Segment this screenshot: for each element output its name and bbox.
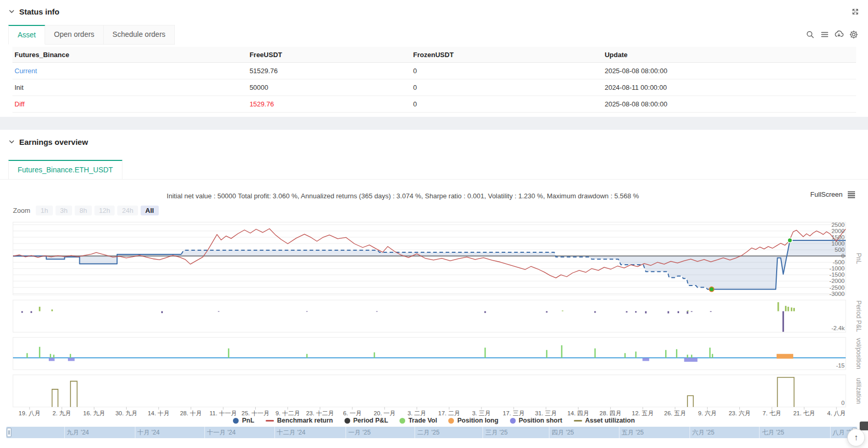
svg-text:6. 一月: 6. 一月 [343, 410, 362, 416]
svg-text:500: 500 [835, 247, 845, 253]
tab-futures-binance-eth-usdt[interactable]: Futures_Binance.ETH_USDT [8, 160, 122, 180]
vol-position-panel [13, 345, 846, 362]
chart-navigator[interactable]: 九月 '24十月 '24十一月 '24十二月 '24一月 '25二月 '25三月… [6, 427, 857, 438]
tab-schedule-orders[interactable]: Schedule orders [104, 25, 175, 45]
svg-text:11. 十一月: 11. 十一月 [210, 410, 237, 416]
legend-item-trade-vol[interactable]: Trade Vol [399, 417, 437, 424]
init-update: 2024-08-11 00:00:00 [604, 84, 856, 91]
svg-text:23. 十二月: 23. 十二月 [306, 410, 334, 416]
zoom-1h-button[interactable]: 1h [36, 206, 52, 215]
svg-text:3. 二月: 3. 二月 [408, 410, 426, 416]
expand-arrows-icon[interactable] [850, 6, 860, 17]
zoom-all-button[interactable]: All [141, 206, 159, 215]
svg-text:23. 六月: 23. 六月 [728, 410, 750, 416]
legend-swatch [399, 418, 405, 424]
zoom-3h-button[interactable]: 3h [56, 206, 72, 215]
asset-table-header: Futures_Binance FreeUSDT FrozenUSDT Upda… [12, 47, 856, 63]
zoom-controls: Zoom 1h 3h 8h 12h 24h All [13, 206, 159, 215]
earnings-header: Earnings overview [8, 138, 88, 146]
collapse-chevron-icon[interactable] [8, 8, 15, 15]
current-link[interactable]: Current [15, 67, 37, 75]
current-frozen-usdt: 0 [413, 67, 604, 75]
diff-label: Diff [12, 100, 250, 108]
legend-item-pnl[interactable]: PnL [233, 417, 254, 424]
svg-text:1000: 1000 [831, 240, 845, 247]
status-toolbar [805, 29, 859, 39]
navigator-month-separator [346, 427, 346, 438]
utilization-boxes [52, 377, 794, 407]
legend-item-position-short[interactable]: Position short [510, 417, 562, 424]
navigator-month-label: 三月 '25 [485, 428, 507, 437]
tab-asset[interactable]: Asset [8, 25, 45, 45]
navigator-month-separator [64, 427, 65, 438]
axis-titles: PnLPeriod P&Lvol/positionutilization [855, 253, 862, 404]
navigator-month-separator [135, 427, 135, 438]
svg-text:28. 四月: 28. 四月 [600, 410, 622, 416]
svg-text:28. 十月: 28. 十月 [180, 410, 202, 416]
zoom-12h-button[interactable]: 12h [94, 206, 115, 215]
fullscreen-button[interactable]: FullScreen [810, 191, 856, 198]
table-row-current: Current 51529.76 0 2025-08-08 08:00:00 [12, 63, 856, 79]
svg-text:Period P&L: Period P&L [855, 301, 862, 332]
status-section-title: Status info [19, 7, 60, 16]
utilization-ytick: 0 [842, 400, 845, 406]
period-pnl-bars [21, 302, 795, 332]
svg-text:-2000: -2000 [830, 278, 845, 284]
svg-text:vol/position: vol/position [855, 338, 862, 369]
cloud-download-icon[interactable] [834, 29, 844, 39]
status-info-card: Status info Asset Open orders Schedule o… [0, 0, 868, 117]
menu-icon[interactable] [819, 29, 830, 39]
legend-item-position-long[interactable]: Position long [448, 417, 498, 424]
chart-menu-icon[interactable] [847, 191, 856, 198]
period-ytick: -2.4k [831, 325, 845, 331]
navigator-left-handle[interactable] [7, 428, 11, 437]
navigator-month-separator [483, 427, 483, 438]
svg-text:-2500: -2500 [830, 284, 845, 291]
legend-swatch [448, 418, 454, 424]
navigator-month-label: 九月 '24 [67, 428, 89, 437]
earnings-tabs: Futures_Binance.ETH_USDT [8, 160, 122, 180]
legend-item-period-p-l[interactable]: Period P&L [345, 417, 388, 424]
svg-text:2000: 2000 [831, 228, 845, 234]
earnings-chart[interactable]: 25002000150010005000-500-1000-1500-2000-… [0, 221, 868, 417]
zoom-24h-button[interactable]: 24h [117, 206, 138, 215]
collapse-chevron-icon[interactable] [8, 139, 15, 145]
zoom-8h-button[interactable]: 8h [75, 206, 91, 215]
svg-text:utilization: utilization [855, 378, 862, 404]
tab-open-orders[interactable]: Open orders [45, 25, 104, 45]
legend-swatch [266, 420, 274, 422]
tabs-divider [0, 179, 868, 180]
diff-update: 2025-08-08 08:00:00 [604, 100, 856, 108]
svg-text:9. 六月: 9. 六月 [698, 410, 717, 416]
navigator-month-separator [415, 427, 415, 438]
pnl-ytick-labels: 25002000150010005000-500-1000-1500-2000-… [830, 222, 845, 297]
search-icon[interactable] [805, 29, 815, 39]
svg-text:14. 十月: 14. 十月 [148, 410, 170, 416]
svg-text:31. 三月: 31. 三月 [535, 410, 557, 416]
svg-text:2500: 2500 [831, 222, 845, 228]
svg-text:-15: -15 [836, 362, 845, 369]
legend-label: Position short [519, 417, 562, 424]
svg-text:12. 五月: 12. 五月 [632, 410, 654, 416]
navigator-month-label: 五月 '25 [622, 428, 644, 437]
legend-label: Period P&L [353, 417, 388, 424]
legend-label: Benchmark return [277, 417, 333, 424]
fullscreen-label[interactable]: FullScreen [810, 191, 843, 198]
legend-item-benchmark-return[interactable]: Benchmark return [266, 417, 333, 424]
svg-text:3. 三月: 3. 三月 [472, 410, 491, 416]
svg-text:9. 十二月: 9. 十二月 [275, 410, 300, 416]
vol-ytick: -15 [836, 362, 845, 369]
arrow-up-icon: ↑ [854, 433, 858, 442]
legend-label: Position long [457, 417, 498, 424]
status-info-header: Status info [8, 7, 60, 16]
legend-item-asset-utilization[interactable]: Asset utilization [574, 417, 635, 424]
corner-widget[interactable] [860, 422, 868, 430]
current-update: 2025-08-08 08:00:00 [604, 67, 856, 75]
svg-text:16. 九月: 16. 九月 [83, 410, 105, 416]
svg-text:1500: 1500 [831, 234, 845, 240]
gear-icon[interactable] [848, 29, 859, 39]
svg-text:2. 九月: 2. 九月 [52, 410, 71, 416]
navigator-month-label: 六月 '25 [692, 428, 714, 437]
back-to-top-button[interactable]: ↑ [847, 429, 865, 446]
earnings-section-title: Earnings overview [19, 138, 88, 146]
